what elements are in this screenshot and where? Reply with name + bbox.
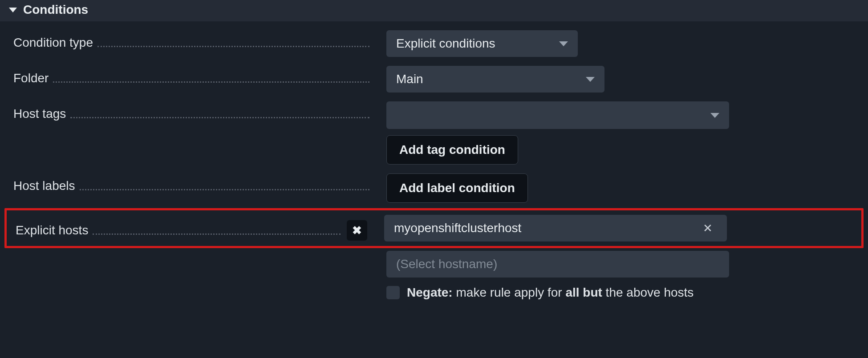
dots-filler [80,189,369,190]
label-condition-type: Condition type [13,36,93,50]
row-folder: Folder Main [0,61,868,97]
folder-select[interactable]: Main [386,66,604,93]
explicit-host-chip[interactable]: myopenshiftclusterhost ✕ [384,215,727,241]
dots-filler [70,117,369,118]
row-explicit-hosts: Explicit hosts ✖ myopenshiftclusterhost … [4,208,864,248]
label-host-tags: Host tags [13,107,66,121]
add-label-condition-button[interactable]: Add label condition [386,173,528,203]
disable-explicit-hosts-button[interactable]: ✖ [347,220,367,241]
add-tag-condition-button[interactable]: Add tag condition [386,135,518,165]
row-host-labels: Host labels Add label condition [0,169,868,207]
negate-checkbox[interactable] [386,286,400,299]
hostname-select[interactable]: (Select hostname) [386,251,729,278]
row-explicit-hosts-extra: (Select hostname) Negate: make rule appl… [0,249,868,304]
label-folder: Folder [13,71,49,85]
condition-type-value: Explicit conditions [396,36,495,51]
dots-filler [53,81,369,83]
row-condition-type: Condition type Explicit conditions [0,26,868,61]
label-explicit-hosts: Explicit hosts [16,223,88,237]
chevron-down-icon [710,113,719,118]
condition-type-select[interactable]: Explicit conditions [386,30,578,57]
chevron-down-icon [586,77,595,82]
row-host-tags: Host tags Add tag condition [0,97,868,169]
label-host-labels: Host labels [13,179,75,193]
clear-host-icon[interactable]: ✕ [703,221,713,235]
conditions-header[interactable]: Conditions [0,0,868,26]
close-icon: ✖ [352,224,362,237]
section-title: Conditions [23,3,88,17]
host-tags-select[interactable] [386,101,729,129]
hostname-placeholder: (Select hostname) [396,257,497,271]
negate-line: Negate: make rule apply for all but the … [386,286,694,300]
chevron-down-icon [559,41,568,46]
dots-filler [97,46,369,47]
folder-value: Main [396,72,423,86]
caret-down-icon [9,8,17,12]
dots-filler [93,233,341,235]
explicit-host-value: myopenshiftclusterhost [394,221,521,235]
negate-text: Negate: make rule apply for all but the … [407,286,694,300]
